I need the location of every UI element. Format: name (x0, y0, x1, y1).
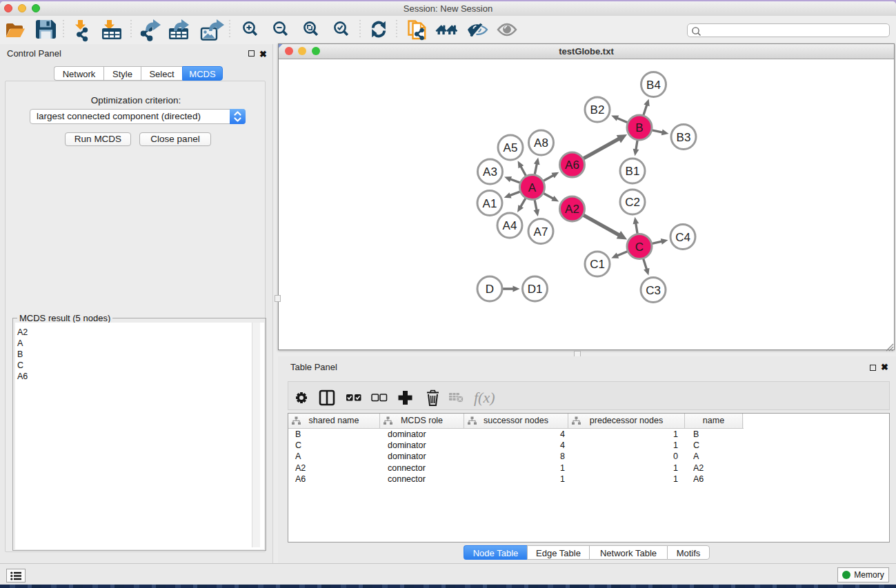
svg-text:C: C (635, 241, 644, 254)
svg-text:C1: C1 (590, 258, 605, 271)
svg-text:A5: A5 (504, 141, 518, 154)
svg-text:B1: B1 (626, 165, 640, 178)
svg-text:A6: A6 (565, 159, 579, 172)
svg-text:B: B (635, 121, 643, 134)
svg-text:B4: B4 (646, 79, 661, 92)
svg-text:D1: D1 (528, 283, 543, 296)
svg-text:B3: B3 (677, 131, 691, 144)
svg-text:f(x): f(x) (474, 389, 495, 406)
svg-text:A7: A7 (534, 225, 548, 239)
svg-text:A: A (528, 181, 537, 194)
svg-text:B2: B2 (590, 103, 605, 116)
svg-text:A3: A3 (483, 165, 497, 179)
svg-text:C3: C3 (646, 284, 661, 297)
svg-text:A8: A8 (534, 136, 548, 150)
svg-text:A2: A2 (565, 203, 579, 216)
svg-text:C2: C2 (625, 196, 640, 209)
svg-text:C4: C4 (675, 231, 690, 244)
svg-text:A4: A4 (503, 219, 517, 232)
svg-text:A1: A1 (483, 197, 497, 210)
svg-text:D: D (486, 283, 494, 296)
